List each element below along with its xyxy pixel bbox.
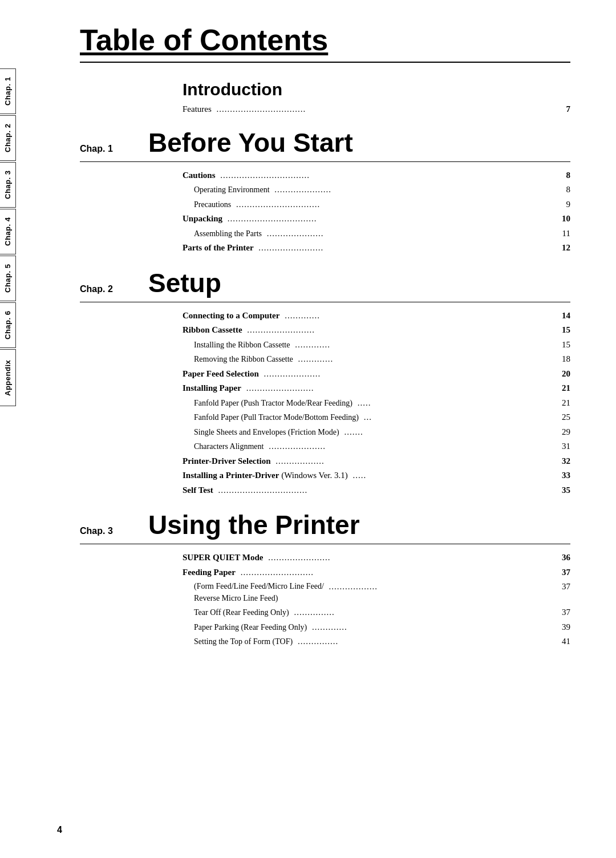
toc-entry-form-feed: (Form Feed/Line Feed/Micro Line Feed/Rev… [183, 580, 570, 604]
chapter-1-entries: Cautions ...............................… [183, 169, 570, 256]
chapter-1-title: Before You Start [148, 127, 353, 158]
chapter-3-label: Chap. 3 [80, 526, 137, 536]
toc-page-chars-align: 31 [556, 440, 570, 453]
toc-entry-features: Features ...............................… [183, 103, 570, 116]
toc-page-feeding-paper: 37 [556, 566, 570, 579]
toc-entry-assembling: Assembling the Parts ...................… [183, 227, 570, 240]
toc-label-installing-paper: Installing Paper [183, 382, 241, 395]
toc-entry-removing-ribbon: Removing the Ribbon Cassette ...........… [183, 353, 570, 366]
sidebar-item-chap3[interactable]: Chap. 3 [0, 162, 16, 208]
toc-dots-ribbon: ......................... [245, 323, 554, 337]
toc-page-installing-driver: 33 [556, 469, 570, 482]
chapter-2-rule [80, 302, 570, 302]
chapter-2-label: Chap. 2 [80, 284, 137, 294]
page-number: 4 [57, 825, 62, 835]
chapter-2-block: Chap. 2 Setup Connecting to a Computer .… [80, 268, 570, 499]
toc-page-paper-feed: 20 [556, 367, 570, 381]
toc-entry-paper-feed: Paper Feed Selection ...................… [183, 367, 570, 381]
toc-label-form-feed: (Form Feed/Line Feed/Micro Line Feed/Rev… [194, 580, 324, 604]
page-container: Chap. 1 Chap. 2 Chap. 3 Chap. 4 Chap. 5 … [0, 0, 616, 858]
toc-page-fanfold-push: 21 [556, 396, 570, 410]
toc-label-tof: Setting the Top of Form (TOF) [194, 636, 293, 647]
chapter-1-header: Chap. 1 Before You Start [80, 127, 570, 158]
sidebar-item-chap2[interactable]: Chap. 2 [0, 115, 16, 161]
toc-dots-tear-off: ............... [291, 606, 554, 619]
chapter-2-header: Chap. 2 Setup [80, 268, 570, 298]
toc-dots-cautions: ................................. [218, 169, 554, 182]
toc-dots-fanfold-push: ..... [355, 396, 554, 410]
toc-page-super-quiet: 36 [556, 551, 570, 564]
toc-entry-unpacking: Unpacking ..............................… [183, 212, 570, 225]
chapter-3-title: Using the Printer [148, 509, 360, 540]
chapter-2-title: Setup [148, 268, 221, 298]
toc-dots-features: ................................. [214, 103, 554, 116]
toc-dots-installing-driver: ..... [350, 469, 554, 482]
toc-dots-installing-ribbon: ............. [292, 338, 554, 351]
sidebar-item-chap1[interactable]: Chap. 1 [0, 68, 16, 114]
toc-page-operating: 8 [556, 183, 570, 196]
title-divider [80, 62, 570, 63]
toc-dots-tof: ............... [295, 635, 554, 648]
page-title: Table of Contents [80, 23, 570, 57]
introduction-heading: Introduction [183, 80, 570, 99]
toc-entry-super-quiet: SUPER QUIET Mode .......................… [183, 551, 570, 564]
toc-entry-parts: Parts of the Printer ...................… [183, 241, 570, 254]
toc-dots-removing-ribbon: ............. [295, 353, 554, 366]
sidebar-item-chap5[interactable]: Chap. 5 [0, 256, 16, 301]
toc-page-connecting: 14 [556, 309, 570, 322]
toc-dots-single-sheets: ....... [342, 426, 554, 439]
toc-label-unpacking: Unpacking [183, 212, 222, 225]
toc-label-fanfold-pull: Fanfold Paper (Pull Tractor Mode/Bottom … [194, 411, 359, 423]
toc-dots-paper-feed: ..................... [261, 367, 554, 381]
toc-label-installing-driver: Installing a Printer-Driver [183, 469, 279, 482]
toc-entry-operating: Operating Environment ..................… [183, 183, 570, 196]
toc-entry-installing-driver: Installing a Printer-Driver (Windows Ver… [183, 469, 570, 482]
toc-entry-feeding-paper: Feeding Paper ..........................… [183, 566, 570, 579]
toc-label-paper-feed: Paper Feed Selection [183, 367, 259, 381]
toc-entry-printer-driver-sel: Printer-Driver Selection ...............… [183, 455, 570, 468]
toc-label-connecting: Connecting to a Computer [183, 309, 279, 322]
sidebar-item-chap4[interactable]: Chap. 4 [0, 209, 16, 254]
toc-label-super-quiet: SUPER QUIET Mode [183, 551, 263, 564]
toc-page-self-test: 35 [556, 484, 570, 497]
toc-page-features: 7 [556, 103, 570, 116]
toc-page-single-sheets: 29 [556, 426, 570, 439]
toc-page-parts: 12 [556, 241, 570, 254]
toc-dots-precautions: ............................... [233, 198, 554, 211]
toc-page-fanfold-pull: 25 [556, 411, 570, 424]
toc-label-installing-ribbon: Installing the Ribbon Cassette [194, 339, 290, 351]
chapter-1-block: Chap. 1 Before You Start Cautions ......… [80, 127, 570, 256]
chapter-1-label: Chap. 1 [80, 144, 137, 154]
main-content: Table of Contents Introduction Features … [80, 23, 570, 650]
toc-entry-ribbon: Ribbon Cassette ........................… [183, 323, 570, 337]
toc-label-driver-win: (Windows Ver. 3.1) [279, 469, 347, 482]
toc-entry-cautions: Cautions ...............................… [183, 169, 570, 182]
toc-page-tof: 41 [556, 635, 570, 648]
chapter-2-entries: Connecting to a Computer ............. 1… [183, 309, 570, 499]
chapter-3-block: Chap. 3 Using the Printer SUPER QUIET Mo… [80, 509, 570, 650]
toc-entry-connecting: Connecting to a Computer ............. 1… [183, 309, 570, 322]
toc-entry-tear-off: Tear Off (Rear Feeding Only) ...........… [183, 606, 570, 619]
sidebar-item-appendix[interactable]: Appendix [0, 349, 16, 406]
toc-page-cautions: 8 [556, 169, 570, 182]
toc-page-paper-parking: 39 [556, 621, 570, 634]
toc-page-printer-driver-sel: 32 [556, 455, 570, 468]
toc-dots-printer-driver-sel: .................. [273, 455, 554, 468]
toc-dots-form-feed: .................. [326, 580, 554, 593]
toc-label-parts: Parts of the Printer [183, 241, 254, 254]
toc-label-printer-driver-sel: Printer-Driver Selection [183, 455, 271, 468]
chapter-3-entries: SUPER QUIET Mode .......................… [183, 551, 570, 650]
toc-entry-fanfold-push: Fanfold Paper (Push Tractor Mode/Rear Fe… [183, 396, 570, 410]
toc-label-operating: Operating Environment [194, 184, 270, 196]
chapter-3-rule [80, 544, 570, 544]
toc-entry-chars-align: Characters Alignment ...................… [183, 440, 570, 453]
sidebar-item-chap6[interactable]: Chap. 6 [0, 302, 16, 348]
toc-dots-paper-parking: ............. [309, 621, 554, 634]
toc-dots-assembling: ..................... [264, 227, 554, 240]
toc-page-ribbon: 15 [556, 323, 570, 337]
toc-entry-fanfold-pull: Fanfold Paper (Pull Tractor Mode/Bottom … [183, 411, 570, 424]
toc-page-form-feed: 37 [556, 580, 570, 593]
toc-label-chars-align: Characters Alignment [194, 440, 264, 452]
toc-entry-paper-parking: Paper Parking (Rear Feeding Only) ......… [183, 621, 570, 634]
toc-page-unpacking: 10 [556, 212, 570, 225]
